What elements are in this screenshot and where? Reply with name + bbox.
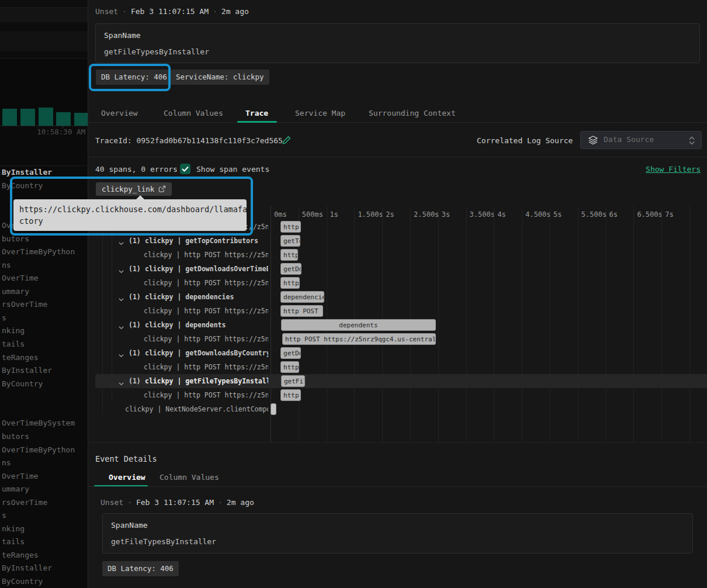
data-source-select[interactable]: Data Source — [580, 131, 702, 149]
sidebar-item[interactable]: rsOverTime — [2, 300, 47, 309]
timeline-tick-label: 0ms — [274, 210, 287, 219]
span-duration-bar[interactable]: http POST https://z5nrz9qgc4.us-central1 — [280, 221, 301, 233]
sidebar-item[interactable]: ByInstaller — [2, 563, 52, 572]
tab-column-values[interactable]: Column Values — [164, 109, 223, 117]
sidebar-item[interactable]: ByInstaller — [2, 366, 52, 375]
tab-surrounding-context[interactable]: Surrounding Context — [369, 109, 456, 117]
external-link-icon — [158, 185, 166, 193]
sidebar-item[interactable]: ummary — [2, 287, 29, 296]
span-duration-bar[interactable]: http POST https://z5nrz9qgc4.us-central1 — [282, 333, 436, 345]
sidebar-item[interactable]: ByCountry — [2, 379, 43, 388]
sidebar-item[interactable]: OverTime — [2, 472, 39, 480]
span-label: clickpy | http POST https://z5nrz9qgc4.u… — [144, 363, 268, 371]
sidebar-item[interactable]: nking — [2, 326, 25, 335]
timeline-tick-label: 3.500s — [470, 210, 495, 219]
layers-icon — [588, 136, 598, 145]
sidebar-item[interactable]: OverTimeByPython — [2, 445, 75, 454]
sidebar-item[interactable]: ummary — [2, 485, 29, 493]
span-label: clickpy | dependents — [145, 321, 226, 329]
span-row[interactable]: clickpy | http POST https://z5nrz9qgc4.u… — [88, 248, 707, 262]
link-url-tooltip: https://clickpy.clickhouse.com/dashboard… — [13, 199, 247, 231]
db-latency-badge[interactable]: DB Latency: 406 — [102, 561, 179, 576]
sidebar-item[interactable]: teRanges — [2, 551, 39, 559]
separator: · — [214, 498, 227, 507]
span-duration-bar[interactable] — [271, 403, 276, 415]
span-row[interactable]: clickpy | http POST https://z5nrz9qgc4.u… — [88, 388, 707, 402]
span-row[interactable]: (1)clickpy | dependenciesdependencies — [88, 290, 707, 304]
db-latency-badge[interactable]: DB Latency: 406 — [96, 70, 172, 85]
chevron-down-icon[interactable] — [118, 266, 124, 276]
divider — [0, 165, 88, 166]
span-duration-bar[interactable]: http POST https://z5nrz9qgc4.us-central1 — [280, 389, 301, 401]
span-tree-cell: clickpy | http POST https://z5nrz9qgc4.u… — [88, 332, 268, 346]
span-duration-bar[interactable]: dependents — [281, 319, 436, 331]
sidebar-item[interactable]: ByCountry — [2, 181, 43, 190]
background-row — [0, 0, 88, 7]
span-duration-bar[interactable]: http POST https://z5nrz9qgc4.us-central1 — [280, 305, 323, 317]
span-duration-bar[interactable]: http POST https://z5nrz9qgc4.us-central1 — [280, 277, 300, 289]
span-label: clickpy | getTopContributors — [145, 237, 258, 245]
span-child-count: (1) — [129, 237, 141, 245]
sidebar-item[interactable]: s — [2, 511, 6, 520]
span-duration-bar[interactable]: getTopContributors — [280, 235, 300, 247]
span-row[interactable]: (1)clickpy | getTopContributorsgetTopCon… — [88, 234, 707, 248]
span-duration-bar[interactable]: http POST https://z5nrz9qgc4.us-central1 — [280, 249, 298, 261]
span-duration-bar[interactable]: dependencies — [280, 291, 324, 303]
sidebar-item[interactable]: OverTime — [2, 274, 39, 282]
edit-pencil-icon[interactable] — [282, 136, 292, 145]
sidebar-item[interactable]: nking — [2, 524, 25, 533]
span-row[interactable]: clickpy | http POST https://z5nrz9qgc4.u… — [88, 304, 707, 318]
histogram-bar — [74, 113, 88, 126]
sidebar-item[interactable]: tails — [2, 340, 25, 348]
clickpy-link-chip[interactable]: clickpy_link — [96, 182, 172, 196]
span-row[interactable]: clickpy | http POST https://z5nrz9qgc4.u… — [88, 276, 707, 290]
span-label: clickpy | dependencies — [145, 293, 234, 301]
active-tab-indicator — [237, 121, 277, 123]
event-details-tab-overview[interactable]: Overview — [109, 473, 145, 482]
chevron-down-icon[interactable] — [118, 350, 124, 360]
span-duration-bar[interactable]: getDownloadsByCountry — [280, 347, 301, 359]
span-row[interactable]: (1)clickpy | getDownloadsByCountrygetDow… — [88, 346, 707, 360]
service-name-badge[interactable]: ServiceName: clickpy — [171, 70, 269, 85]
chevron-down-icon[interactable] — [118, 378, 124, 388]
sidebar-item[interactable]: butors — [2, 432, 29, 441]
sidebar-item[interactable]: teRanges — [2, 353, 39, 362]
show-span-events-label[interactable]: Show span events — [196, 165, 269, 174]
span-row[interactable]: clickpy | http POST https://z5nrz9qgc4.u… — [88, 360, 707, 374]
show-span-events-checkbox[interactable] — [180, 164, 190, 174]
span-row[interactable]: (1)clickpy | getDownloadsOverTimeBySyste… — [88, 262, 707, 276]
tab-service-map[interactable]: Service Map — [295, 109, 345, 117]
sidebar-item[interactable]: tails — [2, 537, 25, 546]
sidebar-item[interactable]: rsOverTime — [2, 498, 47, 507]
tab-overview[interactable]: Overview — [101, 109, 138, 117]
sidebar-item[interactable]: s — [2, 313, 6, 322]
span-duration-bar[interactable]: getDownloadsOverTimeBySystem — [280, 263, 301, 275]
sidebar-item[interactable]: ByCountry — [2, 577, 43, 586]
chevron-down-icon[interactable] — [118, 238, 124, 248]
chevron-down-icon[interactable] — [118, 294, 124, 304]
span-row[interactable]: clickpy | NextNodeServer.clientCompone — [88, 402, 707, 416]
histogram-bar — [20, 109, 35, 126]
sidebar-item[interactable]: ns — [2, 458, 11, 467]
sidebar-item[interactable]: OverTimeBySystem — [2, 418, 75, 427]
span-duration-bar[interactable]: getFileTypesByInstaller — [281, 375, 305, 387]
span-row[interactable]: clickpy | http POST https://z5nrz9qgc4.u… — [88, 332, 707, 346]
event-details-tab-column-values[interactable]: Column Values — [160, 473, 219, 482]
span-label: clickpy | getFileTypesByInstaller — [145, 377, 268, 385]
sidebar-item[interactable]: ns — [2, 261, 11, 269]
span-duration-bar[interactable]: http POST https://z5nrz9qgc4.us-central1 — [280, 361, 299, 373]
span-name-label: SpanName — [104, 31, 141, 40]
tab-trace[interactable]: Trace — [245, 109, 268, 117]
span-label: clickpy | http POST https://z5nrz9qgc4.u… — [144, 307, 268, 315]
span-row[interactable]: (1)clickpy | dependentsdependents — [88, 318, 707, 332]
sidebar-item[interactable]: OverTimeByPython — [2, 247, 75, 256]
sidebar-item[interactable]: ByInstaller — [2, 168, 52, 177]
span-tree-cell: clickpy | http POST https://z5nrz9qgc4.u… — [88, 248, 268, 262]
span-row[interactable]: (1)clickpy | getFileTypesByInstallergetF… — [88, 374, 707, 388]
timeline-tick-label: 5s — [553, 210, 562, 219]
sidebar-item[interactable]: butors — [2, 234, 29, 243]
chevron-down-icon[interactable] — [118, 322, 124, 332]
span-label: clickpy | http POST https://z5nrz9qgc4.u… — [144, 279, 268, 287]
timeline-tick-label: 5.500s — [581, 210, 607, 219]
show-filters-link[interactable]: Show Filters — [646, 165, 701, 174]
